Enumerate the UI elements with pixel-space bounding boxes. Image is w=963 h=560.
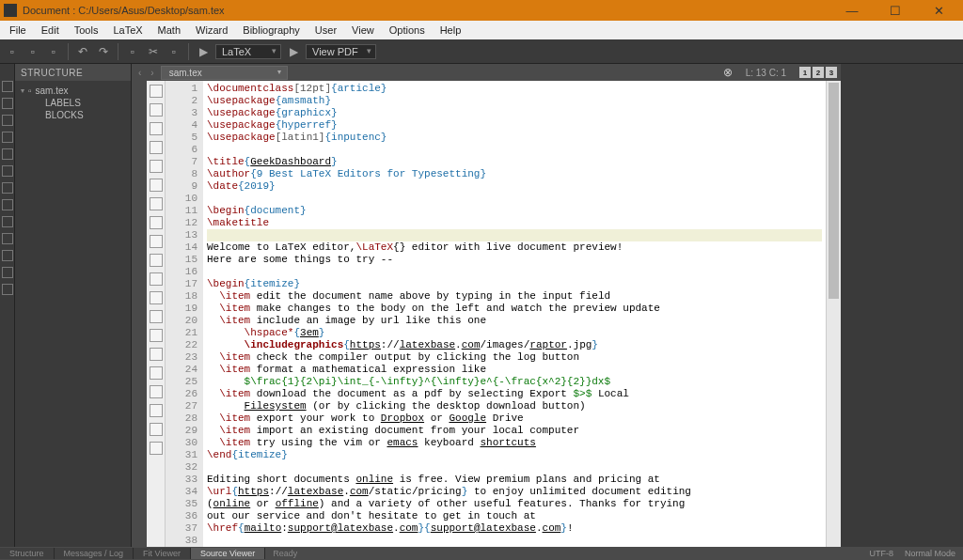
bottom-tab-fitviewer[interactable]: Fit Viewer [134, 548, 191, 559]
copy-icon[interactable]: ▫ [124, 43, 141, 60]
strip-btn[interactable] [150, 254, 163, 267]
structure-header: STRUCTURE [15, 64, 131, 81]
strip-btn[interactable] [150, 310, 163, 323]
gutter-btn[interactable] [2, 115, 13, 126]
compiler-combo[interactable]: LaTeX [215, 44, 281, 59]
window-title: Document : C:/Users/Asus/Desktop/sam.tex [23, 5, 839, 16]
gutter-btn[interactable] [2, 250, 13, 261]
menu-file[interactable]: File [4, 23, 32, 38]
strip-btn[interactable] [150, 197, 163, 210]
strip-btn[interactable] [150, 404, 163, 417]
gutter-btn[interactable] [2, 216, 13, 227]
toolbar: ▫ ▫ ▫ ↶ ↷ ▫ ✂ ▫ ▶ LaTeX ▶ View PDF [0, 39, 963, 64]
minimize-button[interactable]: — [839, 4, 865, 18]
status-encoding: UTF-8 [869, 549, 893, 558]
page-icon[interactable]: 2 [813, 67, 824, 78]
line-numbers: 1234567891011121314151617181920212223242… [166, 81, 203, 547]
vertical-scrollbar[interactable] [826, 81, 841, 547]
strip-btn[interactable] [150, 423, 163, 436]
title-bar: Document : C:/Users/Asus/Desktop/sam.tex… [0, 0, 963, 21]
preview-panel [841, 64, 963, 547]
view-run-icon[interactable]: ▶ [285, 43, 302, 60]
menu-edit[interactable]: Edit [36, 23, 65, 38]
menu-bar: File Edit Tools LaTeX Math Wizard Biblio… [0, 21, 963, 39]
status-ready: Ready [265, 549, 305, 558]
editor-tab[interactable]: sam.tex [161, 66, 288, 80]
strip-btn[interactable] [150, 103, 163, 117]
paste-icon[interactable]: ▫ [166, 43, 182, 60]
gutter-btn[interactable] [2, 132, 13, 143]
strip-btn[interactable] [150, 385, 163, 398]
strip-btn[interactable] [150, 366, 163, 380]
bottom-tab-source[interactable]: Source Viewer [191, 548, 265, 559]
menu-latex[interactable]: LaTeX [107, 23, 148, 38]
gutter-btn[interactable] [2, 284, 13, 295]
viewpdf-combo[interactable]: View PDF [306, 44, 376, 59]
menu-tools[interactable]: Tools [69, 23, 104, 38]
undo-icon[interactable]: ↶ [74, 43, 91, 60]
tab-next-icon[interactable]: › [148, 68, 156, 78]
menu-math[interactable]: Math [152, 23, 186, 38]
menu-user[interactable]: User [309, 23, 342, 38]
app-icon [4, 4, 17, 17]
cursor-position: L: 13 C: 1 [746, 68, 786, 78]
editor-icon-strip [147, 81, 166, 547]
menu-bibliography[interactable]: Bibliography [237, 23, 306, 38]
redo-icon[interactable]: ↷ [95, 43, 112, 60]
close-button[interactable]: ✕ [925, 4, 952, 18]
run-icon[interactable]: ▶ [195, 43, 212, 60]
gutter-btn[interactable] [2, 233, 13, 244]
maximize-button[interactable]: ☐ [882, 4, 908, 18]
page-indicators: 1 2 3 [799, 67, 837, 78]
tree-blocks[interactable]: BLOCKS [21, 109, 125, 121]
strip-btn[interactable] [150, 272, 163, 286]
strip-btn[interactable] [150, 235, 163, 248]
tree-labels[interactable]: LABELS [21, 97, 125, 109]
gutter-btn[interactable] [2, 199, 13, 210]
gutter-btn[interactable] [2, 148, 13, 160]
gutter-btn[interactable] [2, 81, 13, 92]
bottom-tab-structure[interactable]: Structure [0, 548, 55, 559]
strip-btn[interactable] [150, 291, 163, 304]
cut-icon[interactable]: ✂ [145, 43, 162, 60]
strip-btn[interactable] [150, 329, 163, 342]
gutter-btn[interactable] [2, 182, 13, 194]
structure-panel: STRUCTURE ▾▫sam.tex LABELS BLOCKS [15, 64, 132, 547]
strip-btn[interactable] [150, 160, 163, 173]
open-icon[interactable]: ▫ [24, 43, 41, 60]
bottom-tab-messages[interactable]: Messages / Log [55, 548, 134, 559]
status-bar: Structure Messages / Log Fit Viewer Sour… [0, 547, 963, 560]
gutter-btn[interactable] [2, 267, 13, 278]
strip-btn[interactable] [150, 179, 163, 192]
menu-wizard[interactable]: Wizard [190, 23, 233, 38]
gutter-btn[interactable] [2, 98, 13, 109]
editor-tab-row: ‹ › sam.tex ⊗ L: 13 C: 1 1 2 3 [132, 64, 841, 81]
gutter-btn[interactable] [2, 165, 13, 177]
save-icon[interactable]: ▫ [45, 43, 62, 60]
strip-btn[interactable] [150, 216, 163, 229]
page-icon[interactable]: 1 [799, 67, 811, 78]
page-icon[interactable]: 3 [826, 67, 837, 78]
menu-options[interactable]: Options [384, 23, 431, 38]
status-mode: Normal Mode [905, 549, 955, 558]
strip-btn[interactable] [150, 85, 163, 98]
strip-btn[interactable] [150, 442, 163, 455]
new-doc-icon[interactable]: ▫ [4, 43, 21, 60]
code-editor[interactable]: \documentclass[12pt]{article} \usepackag… [203, 81, 826, 547]
menu-view[interactable]: View [346, 23, 380, 38]
tree-root[interactable]: ▾▫sam.tex [21, 85, 125, 97]
strip-btn[interactable] [150, 348, 163, 361]
strip-btn[interactable] [150, 122, 163, 135]
bookmark-gutter [132, 81, 147, 547]
strip-btn[interactable] [150, 141, 163, 154]
left-tool-gutter [0, 64, 15, 547]
tab-prev-icon[interactable]: ‹ [135, 68, 144, 78]
menu-help[interactable]: Help [434, 23, 467, 38]
tab-close-icon[interactable]: ⊗ [723, 66, 733, 79]
